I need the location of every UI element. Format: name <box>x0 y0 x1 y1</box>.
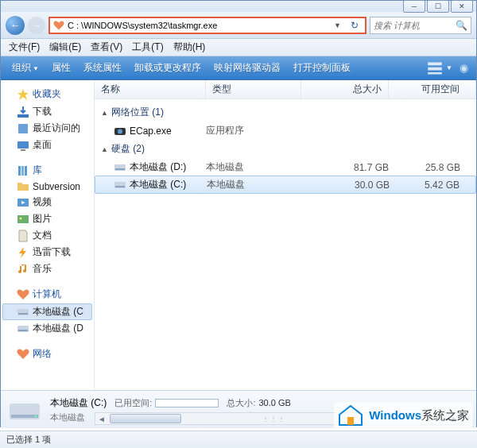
details-used-label: 已用空间: <box>114 397 152 409</box>
music-icon <box>17 264 29 275</box>
column-type[interactable]: 类型 <box>206 80 301 98</box>
toolbar-system-properties[interactable]: 系统属性 <box>77 58 128 78</box>
tree-libraries-header[interactable]: 库 <box>2 161 92 180</box>
svg-rect-21 <box>115 186 125 187</box>
menu-view[interactable]: 查看(V) <box>86 38 127 56</box>
recent-icon <box>17 123 29 134</box>
folder-icon <box>17 181 29 192</box>
tree-computer-header[interactable]: 计算机 <box>2 285 92 303</box>
svg-rect-0 <box>428 62 442 65</box>
tree-item-desktop[interactable]: 桌面 <box>2 137 92 153</box>
details-total-label: 总大小: <box>227 397 255 409</box>
toolbar-properties[interactable]: 属性 <box>45 58 77 78</box>
picture-icon <box>17 214 29 225</box>
svg-rect-3 <box>18 124 28 133</box>
camera-icon <box>114 126 126 137</box>
address-bar[interactable]: C : \WINDOWS\system32\taskmgr.exe ▼ ↻ <box>48 17 366 34</box>
tree-item-disk-c[interactable]: 本地磁盘 (C <box>2 303 92 320</box>
svg-rect-1 <box>428 67 442 70</box>
thunder-icon <box>17 247 29 258</box>
watermark: Windows系统之家 <box>334 402 472 429</box>
toolbar-control-panel[interactable]: 打开控制面板 <box>287 58 357 78</box>
drive-large-icon <box>7 396 42 424</box>
column-total[interactable]: 总大小 <box>301 80 389 98</box>
column-headers: 名称 类型 总大小 可用空间 <box>95 80 476 99</box>
navigation-tree: 收藏夹 下载 最近访问的 桌面 库 Subversion 视频 图片 文档 迅雷… <box>1 80 95 390</box>
details-title: 本地磁盘 (C:) <box>50 396 107 410</box>
library-icon <box>17 165 29 176</box>
svg-rect-10 <box>17 215 29 223</box>
caret-down-icon: ▼ <box>33 65 39 72</box>
item-disk-d[interactable]: 本地磁盘 (D:) 本地磁盘 81.7 GB 25.8 GB <box>95 159 476 176</box>
menu-tools[interactable]: 工具(T) <box>127 38 168 56</box>
drive-icon <box>114 180 126 191</box>
column-free[interactable]: 可用空间 <box>389 80 476 98</box>
download-icon <box>17 106 29 118</box>
drive-icon <box>17 307 29 318</box>
address-dropdown-icon[interactable]: ▼ <box>331 21 344 29</box>
toolbar-uninstall[interactable]: 卸载或更改程序 <box>128 58 207 78</box>
svg-rect-8 <box>25 166 27 176</box>
main-split: 收藏夹 下载 最近访问的 桌面 库 Subversion 视频 图片 文档 迅雷… <box>1 80 476 390</box>
menu-file[interactable]: 文件(F) <box>4 38 45 56</box>
tree-item-videos[interactable]: 视频 <box>2 194 92 210</box>
usage-bar <box>155 399 219 407</box>
svg-point-17 <box>118 129 122 133</box>
command-toolbar: 组织▼ 属性 系统属性 卸载或更改程序 映射网络驱动器 打开控制面板 ▼ ◉ <box>1 56 476 80</box>
collapse-icon: ▲ <box>101 109 108 117</box>
tree-item-downloads[interactable]: 下载 <box>2 103 92 120</box>
video-icon <box>17 197 29 208</box>
column-name[interactable]: 名称 <box>95 80 206 98</box>
close-button[interactable]: ✕ <box>451 0 473 13</box>
svg-rect-23 <box>11 415 38 418</box>
tree-item-thunder[interactable]: 迅雷下载 <box>2 244 92 261</box>
tree-item-pictures[interactable]: 图片 <box>2 210 92 227</box>
menu-edit[interactable]: 编辑(E) <box>45 38 86 56</box>
navigation-bar: ← → C : \WINDOWS\system32\taskmgr.exe ▼ … <box>1 12 476 39</box>
tree-item-recent[interactable]: 最近访问的 <box>2 120 92 137</box>
search-box[interactable]: 🔍 <box>370 17 471 34</box>
window-controls: ─ ☐ ✕ <box>403 0 473 13</box>
maximize-button[interactable]: ☐ <box>427 0 449 13</box>
group-hard-disks[interactable]: ▲硬盘 (2) <box>95 139 476 159</box>
item-disk-c[interactable]: 本地磁盘 (C:) 本地磁盘 30.0 GB 5.42 GB <box>95 176 476 194</box>
toolbar-organize[interactable]: 组织▼ <box>6 58 45 78</box>
minimize-button[interactable]: ─ <box>403 0 425 13</box>
search-icon[interactable]: 🔍 <box>453 20 467 31</box>
view-mode-caret-icon[interactable]: ▼ <box>446 64 452 71</box>
scrollbar-grip-icon: ⋮⋮⋮ <box>262 415 286 423</box>
heart-icon <box>17 349 29 360</box>
tree-item-music[interactable]: 音乐 <box>2 261 92 277</box>
drive-icon <box>114 162 126 173</box>
tree-favorites-header[interactable]: 收藏夹 <box>2 85 92 103</box>
scrollbar-thumb[interactable] <box>110 414 181 423</box>
status-bar: 已选择 1 项 <box>0 431 477 448</box>
help-icon[interactable]: ◉ <box>456 61 471 75</box>
menu-help[interactable]: 帮助(H) <box>169 38 211 56</box>
refresh-icon[interactable]: ↻ <box>347 20 362 31</box>
explorer-window: ─ ☐ ✕ ← → C : \WINDOWS\system32\taskmgr.… <box>0 0 477 427</box>
house-logo-icon <box>337 404 364 427</box>
star-icon <box>17 89 29 100</box>
tree-network-header[interactable]: 网络 <box>2 345 92 363</box>
nav-forward-button[interactable]: → <box>28 17 45 34</box>
svg-rect-13 <box>18 313 28 315</box>
arrow-left-icon: ← <box>10 19 21 31</box>
view-mode-icon[interactable] <box>427 61 443 75</box>
details-total-value: 30.0 GB <box>258 398 290 407</box>
group-network-location[interactable]: ▲网络位置 (1) <box>95 102 476 122</box>
nav-back-button[interactable]: ← <box>6 16 25 35</box>
scroll-left-icon[interactable]: ◄ <box>95 415 108 423</box>
arrow-right-icon: → <box>32 20 41 31</box>
desktop-icon <box>17 140 29 151</box>
collapse-icon: ▲ <box>101 145 108 153</box>
item-ecap[interactable]: ECap.exe 应用程序 <box>95 122 476 139</box>
svg-rect-25 <box>347 417 354 425</box>
tree-item-documents[interactable]: 文档 <box>2 227 92 244</box>
svg-rect-15 <box>18 330 28 331</box>
search-input[interactable] <box>374 21 453 30</box>
tree-item-subversion[interactable]: Subversion <box>2 180 92 194</box>
tree-item-disk-d[interactable]: 本地磁盘 (D <box>2 320 92 337</box>
toolbar-map-drive[interactable]: 映射网络驱动器 <box>207 58 287 78</box>
svg-rect-19 <box>115 168 125 170</box>
